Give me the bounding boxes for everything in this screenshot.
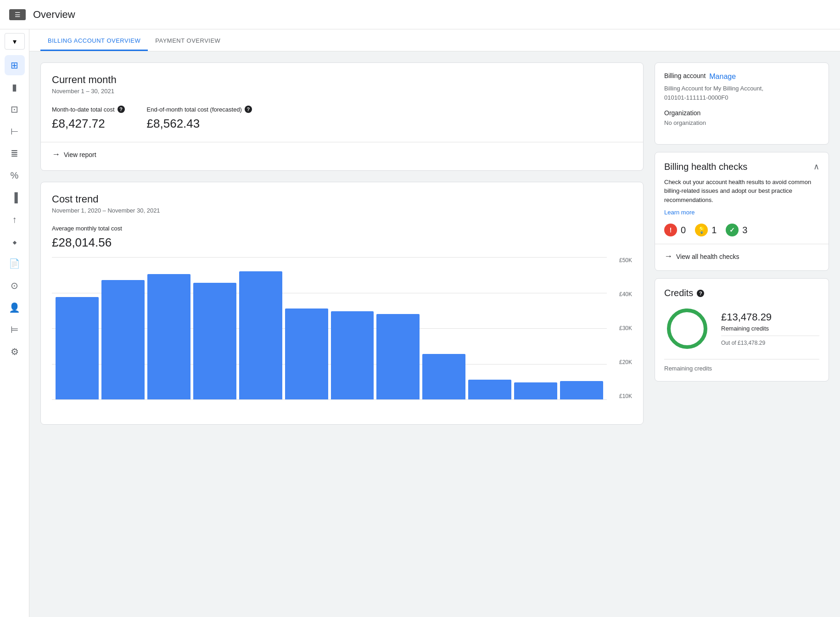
credits-amount: £13,478.29 [721, 311, 819, 323]
month-to-date-value: £8,427.72 [52, 117, 125, 131]
month-to-date-metric: Month-to-date total cost ? £8,427.72 [52, 106, 125, 131]
budget-icon: ⊨ [11, 324, 18, 335]
bar-0 [56, 297, 99, 399]
right-column: Billing account Manage Billing Account f… [655, 62, 829, 606]
current-month-card: Current month November 1 – 30, 2021 Mont… [40, 62, 644, 171]
sidebar-item-history[interactable]: ⊙ [5, 275, 25, 296]
y-label-40k: £40K [619, 291, 632, 297]
y-label-30k: £30K [619, 325, 632, 331]
learn-more-link[interactable]: Learn more [664, 209, 694, 216]
sidebar-item-budgets[interactable]: ⊨ [5, 320, 25, 340]
app-icon: ☰ [9, 9, 26, 20]
sidebar-item-export[interactable]: ↑ [5, 209, 25, 230]
bar-7 [376, 314, 420, 399]
gear-icon: ⚙ [11, 346, 19, 357]
page-title: Overview [33, 9, 75, 21]
sidebar-item-documents[interactable]: 📄 [5, 253, 25, 274]
end-of-month-metric: End-of-month total cost (forecasted) ? £… [147, 106, 252, 131]
bar-8 [422, 354, 465, 399]
bar-10 [514, 382, 557, 399]
bar-4 [239, 271, 282, 399]
left-column: Current month November 1 – 30, 2021 Mont… [40, 62, 644, 606]
label-icon: ⬥ [12, 236, 17, 247]
savings-icon: ≣ [11, 148, 18, 159]
health-checks-title: Billing health checks [664, 162, 747, 172]
billing-account-id: 010101-111111-0000F0 [664, 93, 819, 102]
billing-account-label: Billing account [664, 72, 706, 79]
credits-footer-label: Remaining credits [664, 365, 712, 372]
table-icon: ⊡ [11, 104, 18, 115]
credits-title: Credits [664, 288, 693, 298]
sidebar-item-cost-breakdown[interactable]: ⊢ [5, 121, 25, 141]
collapse-icon[interactable]: ∧ [813, 162, 819, 172]
sidebar-dropdown[interactable]: ▾ [5, 33, 25, 50]
credits-divider [721, 336, 819, 336]
end-of-month-help-icon[interactable]: ? [245, 106, 252, 113]
month-to-date-help-icon[interactable]: ? [118, 106, 125, 113]
cost-trend-chart: £50K £40K £30K £20K £10K [52, 257, 632, 413]
month-to-date-label: Month-to-date total cost ? [52, 106, 125, 113]
health-description: Check out your account health results to… [664, 178, 819, 205]
y-label-20k: £20K [619, 359, 632, 365]
manage-link[interactable]: Manage [709, 73, 736, 81]
billing-account-row: Billing account Manage Billing Account f… [664, 72, 819, 102]
overview-icon: ⊞ [11, 60, 18, 71]
content-area: Billing Account Overview Payment Overvie… [29, 29, 840, 617]
bar-chart-icon: ▮ [12, 82, 17, 93]
credits-header: Credits ? [664, 288, 819, 298]
cost-trend-title: Cost trend [52, 193, 632, 205]
sidebar-item-reports[interactable]: ▮ [5, 77, 25, 97]
bar-5 [285, 308, 328, 399]
tab-payment-overview[interactable]: Payment Overview [148, 32, 228, 51]
sidebar-item-analytics[interactable]: ▐ [5, 187, 25, 208]
credits-remaining-label: Remaining credits [721, 325, 819, 332]
card-divider [41, 142, 643, 142]
credits-help-icon[interactable]: ? [697, 290, 704, 297]
credits-out-of: Out of £13,478.29 [721, 340, 819, 346]
bar-2 [147, 274, 190, 399]
error-icon: ! [664, 224, 677, 236]
chart-bars-area [52, 257, 607, 399]
arrow-right-icon: → [664, 252, 672, 261]
health-checks-card: Billing health checks ∧ Check out your a… [655, 152, 829, 271]
document-icon: 📄 [9, 258, 20, 269]
warning-count: 1 [711, 225, 717, 236]
chevron-down-icon: ▾ [13, 37, 17, 46]
bar-3 [193, 283, 236, 399]
credits-card: Credits ? £13,478.29 Remaining cre [655, 278, 829, 381]
cost-trend-card: Cost trend November 1, 2020 – November 3… [40, 182, 644, 425]
svg-point-1 [669, 310, 706, 347]
cost-trend-date-range: November 1, 2020 – November 30, 2021 [52, 207, 632, 214]
bar-6 [331, 311, 374, 399]
sidebar-item-commitments[interactable]: % [5, 165, 25, 185]
sidebar-item-savings[interactable]: ≣ [5, 143, 25, 163]
sidebar-item-settings[interactable]: ⚙ [5, 342, 25, 362]
average-cost-value: £28,014.56 [52, 236, 632, 250]
donut-chart [664, 306, 710, 352]
main-layout: ▾ ⊞ ▮ ⊡ ⊢ ≣ % ▐ ↑ ⬥ 📄 ⊙ [0, 29, 840, 617]
credits-footer: Remaining credits [664, 359, 819, 372]
sidebar: ▾ ⊞ ▮ ⊡ ⊢ ≣ % ▐ ↑ ⬥ 📄 ⊙ [0, 29, 29, 617]
tab-billing-account[interactable]: Billing Account Overview [40, 32, 148, 51]
sidebar-item-overview[interactable]: ⊞ [5, 55, 25, 75]
cost-metrics: Month-to-date total cost ? £8,427.72 End… [52, 106, 632, 131]
organization-label: Organization [664, 109, 819, 117]
organization-row: Organization No organization [664, 109, 819, 128]
export-icon: ↑ [12, 214, 17, 225]
bar-1 [101, 280, 145, 399]
credits-info: £13,478.29 Remaining credits Out of £13,… [721, 311, 819, 346]
organization-value: No organization [664, 118, 819, 128]
average-cost-label: Average monthly total cost [52, 225, 632, 232]
warning-icon: 💡 [695, 224, 708, 236]
view-report-link[interactable]: → View report [52, 150, 632, 159]
person-icon: 👤 [9, 302, 20, 313]
sidebar-item-account[interactable]: 👤 [5, 297, 25, 318]
scroll-content: Current month November 1 – 30, 2021 Mont… [29, 51, 840, 617]
view-all-health-checks[interactable]: → View all health checks [664, 252, 819, 261]
success-count: 3 [742, 225, 747, 236]
health-divider [655, 244, 829, 244]
sidebar-item-cost-table[interactable]: ⊡ [5, 99, 25, 119]
y-label-50k: £50K [619, 257, 632, 264]
sidebar-item-labels[interactable]: ⬥ [5, 231, 25, 252]
end-of-month-label: End-of-month total cost (forecasted) ? [147, 106, 252, 113]
